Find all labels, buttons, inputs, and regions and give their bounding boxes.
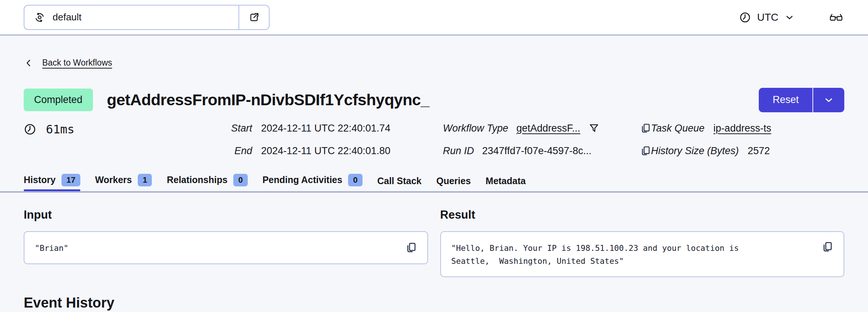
tab-count-badge: 0 <box>233 174 247 186</box>
glasses-icon <box>829 12 844 23</box>
chevron-left-icon <box>24 58 33 68</box>
tab-workers[interactable]: Workers 1 <box>95 174 152 191</box>
task-queue-link[interactable]: ip-address-ts <box>714 123 771 134</box>
result-value: "Hello, Brian. Your IP is 198.51.100.23 … <box>451 241 753 268</box>
start-label: Start <box>231 123 252 134</box>
namespace-icon <box>34 12 45 23</box>
copy-icon <box>640 145 651 156</box>
back-link-label: Back to Workflows <box>42 58 112 68</box>
namespace-external-link-button[interactable] <box>238 6 269 29</box>
workflow-title: getAddressFromIP-nDivbSDIf1Ycfshyqync_ <box>107 91 745 109</box>
run-id-value: 2347ffd7-f07e-4597-8c... <box>482 145 591 157</box>
tab-count-badge: 1 <box>138 174 152 186</box>
tab-count-badge: 17 <box>61 174 80 186</box>
input-value: "Brian" <box>35 241 337 255</box>
result-box: "Hello, Brian. Your IP is 198.51.100.23 … <box>440 231 845 277</box>
filter-icon <box>588 123 600 134</box>
timezone-selector[interactable]: UTC <box>739 11 795 23</box>
workflow-summary: 61ms Start 2024-12-11 UTC 22:40:01.74 En… <box>24 123 844 157</box>
reset-split-button: Reset <box>759 88 844 112</box>
tab-call-stack[interactable]: Call Stack <box>377 176 422 191</box>
namespace-selector[interactable]: default <box>24 5 270 30</box>
input-heading: Input <box>24 208 428 222</box>
tab-label: Metadata <box>485 176 525 186</box>
copy-icon <box>640 123 651 134</box>
top-bar: default UTC <box>0 0 868 36</box>
tab-count-badge: 0 <box>348 174 362 186</box>
workflow-type-copy-button[interactable] <box>640 123 651 134</box>
tab-history[interactable]: History 17 <box>24 174 80 191</box>
input-result-section: Input "Brian" Result "Hello, Brian. Your… <box>24 208 844 277</box>
copy-icon <box>821 241 833 253</box>
clock-icon <box>739 11 751 23</box>
tab-pending-activities[interactable]: Pending Activities 0 <box>263 174 363 191</box>
workflow-duration: 61ms <box>46 122 74 136</box>
input-panel: Input "Brian" <box>24 208 428 277</box>
namespace-selector-main[interactable]: default <box>24 6 238 29</box>
input-box: "Brian" <box>24 231 428 264</box>
tab-label: Relationships <box>167 175 227 185</box>
back-to-workflows-link[interactable]: Back to Workflows <box>24 58 112 68</box>
chevron-down-icon <box>823 94 834 106</box>
tab-metadata[interactable]: Metadata <box>485 176 525 191</box>
workflow-detail-page: Back to Workflows Completed getAddressFr… <box>0 58 868 311</box>
tab-relationships[interactable]: Relationships 0 <box>167 174 247 191</box>
workflow-type-filter-button[interactable] <box>588 123 600 134</box>
run-id-label: Run ID <box>443 145 474 157</box>
copy-icon <box>405 242 417 253</box>
history-size-label: History Size (Bytes) <box>651 145 739 157</box>
workflow-tabs: History 17 Workers 1 Relationships 0 Pen… <box>24 174 844 191</box>
history-size-value: 2572 <box>748 145 770 157</box>
end-value: 2024-12-11 UTC 22:40:01.80 <box>261 145 443 157</box>
reset-button[interactable]: Reset <box>759 88 812 112</box>
tab-label: Workers <box>95 175 132 185</box>
workflow-type-link[interactable]: getAddressF... <box>517 123 581 134</box>
duration-clock-icon <box>24 123 36 136</box>
result-copy-button[interactable] <box>821 241 833 253</box>
reset-dropdown-button[interactable] <box>812 88 844 112</box>
labs-mode-button[interactable] <box>829 12 844 23</box>
start-value: 2024-12-11 UTC 22:40:01.74 <box>261 123 443 134</box>
end-label: End <box>234 145 252 157</box>
tabs-divider <box>0 191 868 193</box>
result-heading: Result <box>440 208 845 222</box>
tab-label: Pending Activities <box>263 175 343 185</box>
workflow-type-label: Workflow Type <box>443 123 508 134</box>
external-link-icon <box>248 12 260 23</box>
tab-queries[interactable]: Queries <box>436 176 471 191</box>
timezone-label: UTC <box>757 11 778 23</box>
namespace-value: default <box>53 11 81 23</box>
task-queue-label: Task Queue <box>651 123 705 134</box>
tab-label: Queries <box>436 176 471 186</box>
chevron-down-icon <box>784 12 795 23</box>
top-bar-right: UTC <box>739 11 844 23</box>
event-history-heading: Event History <box>24 295 844 311</box>
tab-label: Call Stack <box>377 176 422 186</box>
tab-label: History <box>24 175 56 185</box>
status-badge: Completed <box>24 89 93 111</box>
run-id-copy-button[interactable] <box>640 145 651 156</box>
result-panel: Result "Hello, Brian. Your IP is 198.51.… <box>440 208 845 277</box>
input-copy-button[interactable] <box>405 242 417 253</box>
